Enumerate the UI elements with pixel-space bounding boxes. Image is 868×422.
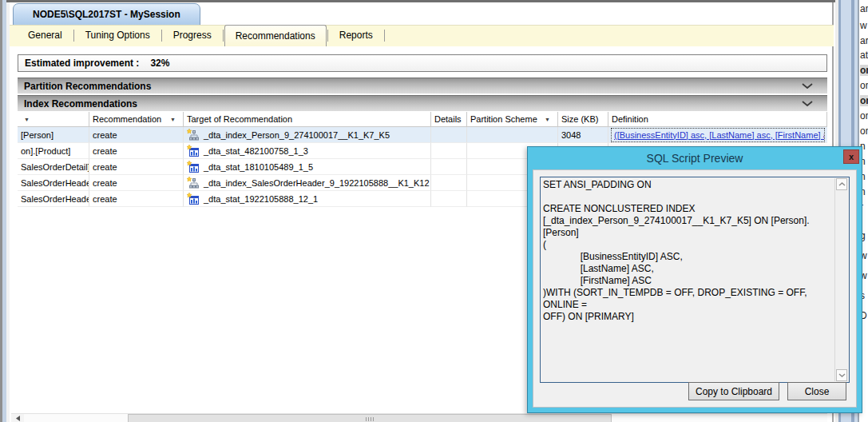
table-cell[interactable] — [431, 191, 467, 207]
table-cell[interactable] — [431, 127, 467, 143]
table-cell[interactable]: 3048 — [558, 127, 608, 143]
column-header-label: Recommendation — [93, 114, 161, 124]
target-name: _dta_stat_1922105888_12_1 — [204, 194, 318, 204]
table-cell[interactable]: create — [89, 191, 184, 207]
occluded-text-fragment: w — [860, 20, 867, 31]
table-cell[interactable] — [431, 143, 467, 159]
index-recommendations-title: Index Recommendations — [18, 98, 802, 109]
column-header-label: Partition Scheme — [470, 114, 537, 124]
close-icon[interactable]: x — [843, 149, 859, 164]
estimated-improvement-label: Estimated improvement : — [18, 58, 139, 69]
table-cell[interactable]: SalesOrderHeader] — [18, 175, 89, 191]
dialog-title[interactable]: SQL Script Preview — [528, 147, 862, 169]
occluded-text-fragment: on — [860, 125, 868, 137]
scroll-left-button[interactable] — [11, 414, 24, 422]
filter-dropdown-icon[interactable]: ▼ — [545, 117, 550, 122]
stat-icon — [187, 193, 200, 205]
column-header-definition[interactable]: Definition — [608, 112, 827, 127]
table-cell[interactable]: SalesOrderDetail] — [18, 159, 89, 175]
column-header-label: Size (KB) — [561, 114, 598, 124]
index-recommendations-header[interactable]: Index Recommendations — [18, 95, 827, 111]
estimated-improvement-value: 32% — [139, 58, 169, 69]
table-cell[interactable] — [467, 127, 558, 143]
table-cell[interactable]: create — [89, 159, 184, 175]
scroll-up-button[interactable] — [836, 178, 847, 190]
estimated-improvement-bar: Estimated improvement : 32% — [18, 54, 827, 72]
scroll-down-button[interactable] — [836, 369, 847, 381]
chevron-down-icon[interactable] — [802, 83, 813, 89]
tab-bar: GeneralTuning OptionsProgressRecommendat… — [10, 25, 834, 46]
index-icon — [187, 177, 200, 189]
occluded-text-fragment: ar — [860, 35, 868, 46]
table-cell[interactable]: on].[Product] — [18, 143, 89, 159]
table-cell[interactable]: _dta_stat_1810105489_1_5 — [184, 159, 431, 175]
horizontal-scrollbar-thumb[interactable] — [128, 414, 612, 422]
tab-progress[interactable]: Progress — [163, 25, 222, 46]
stat-icon — [187, 161, 200, 173]
tab-general[interactable]: General — [18, 25, 73, 46]
definition-focus-box: ([BusinessEntityID] asc, [LastName] asc,… — [612, 129, 824, 141]
column-header-label: Definition — [612, 114, 648, 124]
occluded-text-fragment: an — [860, 3, 868, 14]
table-cell[interactable]: _dta_index_Person_9_274100017__K1_K7_K5 — [184, 127, 431, 143]
table-cell[interactable]: create — [89, 127, 184, 143]
column-header-partition-scheme[interactable]: Partition Scheme▼ — [467, 112, 558, 127]
table-cell[interactable]: _dta_stat_482100758_1_3 — [184, 143, 431, 159]
target-name: _dta_index_Person_9_274100017__K1_K7_K5 — [204, 130, 390, 140]
close-button[interactable]: Close — [787, 382, 846, 400]
table-cell[interactable] — [431, 175, 467, 191]
table-cell[interactable]: SalesOrderHeader] — [18, 191, 89, 207]
chevron-down-icon[interactable] — [802, 101, 813, 106]
target-name: _dta_stat_1810105489_1_5 — [204, 162, 313, 172]
occluded-text-fragment: on — [860, 110, 868, 121]
table-cell[interactable]: create — [89, 143, 184, 159]
target-name: _dta_index_SalesOrderHeader_9_1922105888… — [204, 178, 430, 188]
table-cell[interactable]: create — [89, 175, 184, 191]
target-name: _dta_stat_482100758_1_3 — [204, 146, 308, 156]
definition-link[interactable]: ([BusinessEntityID] asc, [LastName] asc,… — [614, 130, 824, 140]
column-header-object[interactable]: ▼ — [18, 112, 89, 127]
tab-tuning-options[interactable]: Tuning Options — [75, 25, 161, 46]
tab-separator — [384, 30, 385, 42]
tab-separator — [327, 30, 328, 42]
partition-recommendations-header[interactable]: Partition Recommendations — [18, 78, 827, 94]
scrollbar-gripper-icon — [366, 417, 374, 421]
tab-separator — [73, 30, 74, 42]
partition-recommendations-title: Partition Recommendations — [18, 81, 802, 92]
dialog-button-row: Copy to Clipboard Close — [533, 382, 856, 400]
tab-separator — [161, 30, 162, 42]
occluded-text-fragment: on — [860, 95, 868, 106]
index-icon — [187, 129, 200, 141]
filter-dropdown-icon[interactable]: ▼ — [24, 117, 30, 122]
tab-recommendations[interactable]: Recommendations — [224, 25, 327, 46]
vertical-scrollbar[interactable] — [834, 178, 848, 381]
dta-screen: NODE5\SQL2017ST - MySession GeneralTunin… — [0, 0, 868, 422]
grid-header-row: ▼Recommendation▼Target of Recommendation… — [18, 112, 827, 127]
occluded-text-fragment: on — [860, 65, 868, 76]
filter-dropdown-icon[interactable]: ▼ — [170, 117, 176, 122]
session-tab[interactable]: NODE5\SQL2017ST - MySession — [13, 3, 200, 26]
column-header-size-kb-[interactable]: Size (KB) — [558, 112, 608, 127]
column-header-label: Details — [434, 114, 462, 124]
column-header-recommendation[interactable]: Recommendation▼ — [89, 112, 184, 127]
sql-script-preview-dialog: SQL Script Preview x SET ANSI_PADDING ON… — [527, 146, 862, 413]
table-cell[interactable]: _dta_stat_1922105888_12_1 — [184, 191, 431, 207]
table-cell[interactable]: [Person] — [18, 127, 89, 143]
stat-icon — [187, 145, 200, 157]
column-header-target-of-recommendation[interactable]: Target of Recommendation — [184, 112, 431, 127]
dialog-body: SET ANSI_PADDING ON CREATE NONCLUSTERED … — [533, 169, 857, 408]
tab-reports[interactable]: Reports — [329, 25, 383, 46]
occluded-text-fragment: at — [860, 50, 868, 61]
occluded-text-fragment: on — [860, 80, 868, 91]
column-header-label: Target of Recommendation — [187, 114, 292, 124]
horizontal-scrollbar[interactable] — [11, 413, 827, 422]
table-cell[interactable]: _dta_index_SalesOrderHeader_9_1922105888… — [184, 175, 431, 191]
column-header-details[interactable]: Details — [431, 112, 467, 127]
table-cell[interactable]: ([BusinessEntityID] asc, [LastName] asc,… — [608, 127, 827, 143]
copy-to-clipboard-button[interactable]: Copy to Clipboard — [688, 382, 779, 400]
table-row[interactable]: [Person]create_dta_index_Person_9_274100… — [18, 127, 827, 143]
tab-separator — [223, 30, 224, 42]
table-cell[interactable] — [431, 159, 467, 175]
sql-script-text: SET ANSI_PADDING ON CREATE NONCLUSTERED … — [543, 179, 833, 380]
sql-script-textarea[interactable]: SET ANSI_PADDING ON CREATE NONCLUSTERED … — [540, 177, 850, 383]
